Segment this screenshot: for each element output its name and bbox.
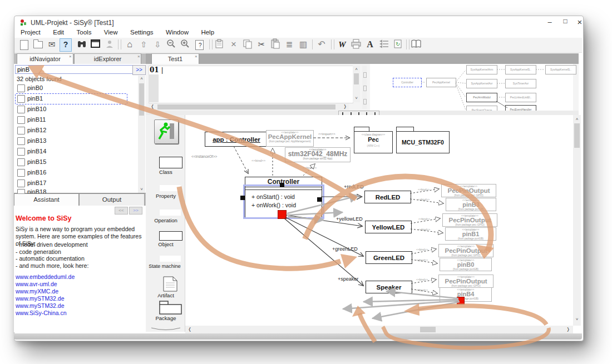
uml-class-yellowled[interactable]: YellowLED — [365, 221, 412, 233]
maximize-button[interactable]: □ — [560, 17, 571, 25]
code-editor[interactable] — [149, 66, 353, 103]
close-button[interactable]: × — [574, 17, 585, 27]
selection-handle[interactable] — [240, 196, 245, 200]
new-document-icon[interactable] — [18, 38, 30, 51]
manual-book-icon[interactable] — [411, 38, 423, 51]
open-folder-icon[interactable] — [32, 38, 44, 51]
report-refresh-icon[interactable]: ↻ — [392, 38, 404, 51]
palette-tool-artifact[interactable] — [163, 276, 177, 294]
overview-box[interactable]: PecArmModul — [466, 93, 497, 102]
uml-class-redled[interactable]: RedLED — [364, 191, 411, 203]
uml-template-pecpinoutput[interactable]: <<template>>PecPinOutput(from package pe… — [438, 244, 493, 257]
diagram-hscroll[interactable] — [185, 326, 573, 333]
document-properties-icon[interactable]: ? — [193, 38, 205, 51]
uml-template-pecappkernel[interactable]: <<template>> PecAppKernel (from package … — [266, 130, 314, 147]
checkbox[interactable] — [17, 169, 25, 177]
scroll-right-icon[interactable]: ❭ — [565, 327, 571, 332]
menu-window[interactable]: Window — [161, 27, 194, 37]
menu-help[interactable]: Help — [196, 27, 219, 37]
uml-object-app-controller[interactable]: app : Controller — [205, 132, 268, 147]
checkbox[interactable] — [17, 127, 25, 134]
list-item[interactable]: pinB13 — [27, 137, 46, 144]
checkbox[interactable] — [17, 148, 25, 156]
user-icon[interactable] — [103, 38, 116, 51]
link[interactable]: www.mySTM32.de — [16, 302, 75, 310]
scroll-thumb[interactable] — [420, 327, 436, 332]
palette-more-icon[interactable] — [150, 324, 181, 334]
print-icon[interactable] — [350, 38, 362, 51]
palette-tool-property[interactable] — [160, 185, 181, 191]
scroll-left-icon[interactable]: ❬ — [187, 327, 193, 332]
scroll-right-icon[interactable]: ❭ — [342, 104, 348, 109]
checkbox[interactable] — [17, 116, 25, 124]
tab-idexplorer[interactable]: idExplorer — [74, 53, 141, 64]
home-icon[interactable]: ⌂ — [124, 38, 136, 51]
tab-idexplorer-close-icon[interactable]: × — [137, 54, 140, 59]
tab-idnavigator[interactable]: idNavigator — [17, 53, 73, 64]
scroll-thumb[interactable] — [574, 123, 580, 148]
checkbox[interactable] — [17, 179, 25, 187]
uml-template-pecpinoutput[interactable]: <<template>>PecPinOutput(from package pe… — [441, 184, 496, 197]
list-item[interactable]: pinB10 — [27, 106, 46, 112]
tab-test1-close-icon[interactable]: × — [195, 54, 198, 59]
paste-icon[interactable] — [269, 38, 282, 51]
assistant-next-button[interactable]: >> — [129, 207, 142, 215]
copy-icon[interactable] — [241, 38, 254, 51]
run-button[interactable] — [154, 119, 179, 144]
font-icon[interactable]: A — [364, 38, 376, 51]
menu-edit[interactable]: Edit — [48, 27, 69, 37]
pinb4-red-handle[interactable] — [457, 297, 465, 305]
uml-template-pinb0[interactable]: <<template>>pinB0(from package portGB) — [440, 258, 492, 271]
menu-settings[interactable]: Settings — [125, 27, 159, 37]
checkbox[interactable] — [17, 106, 25, 113]
navigate-up-icon[interactable]: ⇧ — [137, 38, 150, 51]
scroll-thumb[interactable] — [157, 104, 335, 109]
search-input[interactable] — [15, 65, 133, 74]
scroll-thumb[interactable] — [354, 73, 359, 84]
scroll-up-icon[interactable]: ˄ — [138, 76, 145, 81]
uml-template-pecpinoutput[interactable]: <<template>>PecPinOutput(from package pe… — [438, 275, 493, 288]
scroll-down-icon[interactable]: ˅ — [138, 187, 145, 192]
zoom-out-icon[interactable] — [165, 38, 177, 51]
overview-box[interactable]: SysAppKernelAvr — [466, 79, 497, 88]
scroll-thumb[interactable] — [139, 83, 144, 116]
scroll-up-icon[interactable]: ˄ — [353, 67, 360, 72]
checkbox[interactable] — [17, 137, 25, 145]
assistant-prev-button[interactable]: << — [115, 207, 128, 215]
tab-test1[interactable]: Test1 — [151, 53, 199, 64]
overview-box[interactable]: PecLinkedListEl.. — [505, 93, 536, 102]
cut-icon[interactable]: ✂ — [255, 38, 268, 51]
word-export-icon[interactable]: W — [336, 38, 348, 51]
uml-template-pecpinoutput[interactable]: <<template>>PecPinOutput(from package pe… — [442, 213, 497, 227]
list-item[interactable]: pinB17 — [27, 179, 46, 186]
tab-output[interactable]: Output — [79, 193, 145, 206]
undo-icon[interactable]: ↶ — [315, 38, 328, 51]
tab-assistant[interactable]: Assistant — [14, 193, 79, 206]
editor-splitter[interactable] — [362, 66, 367, 109]
navigate-down-icon[interactable]: ⇩ — [151, 38, 164, 51]
scroll-down-icon[interactable]: ˅ — [353, 96, 360, 101]
selection-handle[interactable] — [280, 183, 284, 187]
tab-idnavigator-close-icon[interactable]: × — [69, 54, 72, 59]
uml-template-pinb3[interactable]: <<template>>pinB3(from package portGB) — [446, 198, 496, 211]
outline-list-icon[interactable]: ≣ — [283, 38, 295, 51]
list-item[interactable]: pinB11 — [27, 116, 46, 123]
uml-class-greenled[interactable]: GreenLED — [366, 251, 412, 264]
scroll-up-icon[interactable]: ˄ — [573, 117, 581, 122]
palette-tool-statemachine[interactable] — [160, 256, 181, 262]
uml-template-pinb1[interactable]: <<template>>pinB1(from package portGB) — [445, 227, 496, 241]
uml-class-speaker[interactable]: Speaker — [366, 281, 412, 293]
palette-tool-object[interactable] — [159, 231, 182, 241]
link[interactable]: www.SiSy-China.cn — [16, 310, 75, 317]
table-columns-icon[interactable]: ▥ — [297, 38, 309, 51]
link[interactable]: www.mySTM32.de — [16, 295, 75, 302]
list-item[interactable]: pinB15 — [27, 158, 46, 165]
link[interactable]: www.myXMC.de — [16, 288, 75, 295]
overview-box[interactable]: SysAppKernelArm — [466, 65, 497, 74]
search-go-button[interactable]: >> — [132, 65, 146, 75]
overview-box[interactable]: SysAppKernelS.. — [505, 65, 536, 74]
list-item[interactable]: pinB12 — [27, 127, 46, 133]
palette-tool-class[interactable] — [159, 157, 182, 168]
uml-template-pinb4[interactable]: <<template>>pinB4(from package portGB) — [440, 287, 492, 302]
controller-red-handle[interactable] — [278, 210, 287, 219]
